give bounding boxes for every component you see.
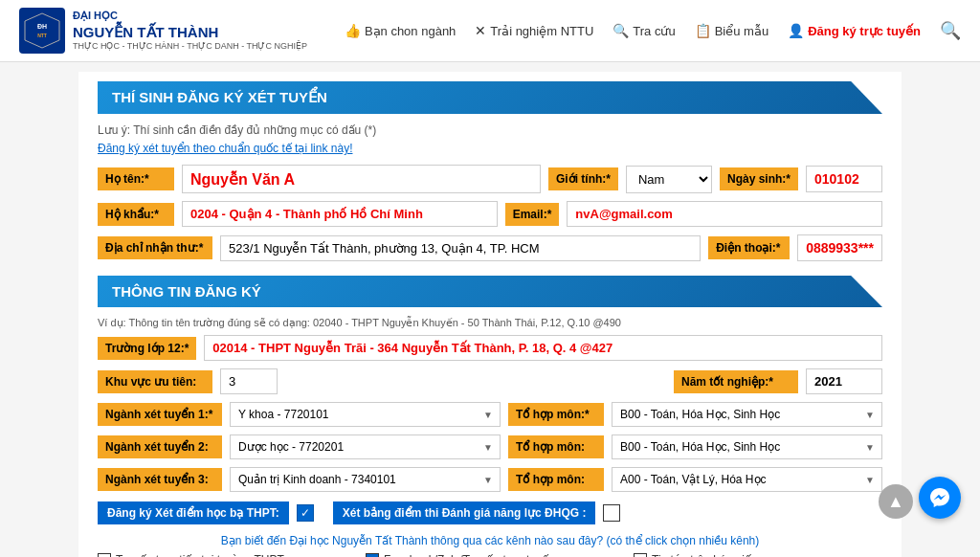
ho-ten-input[interactable] <box>182 165 541 193</box>
row-nganh3: Ngành xét tuyển 3: Quản trị Kinh doanh -… <box>98 467 882 492</box>
user-icon: 👤 <box>788 23 804 38</box>
dia-chi-label: Địa chỉ nhận thư:* <box>98 236 212 259</box>
logo-text: ĐẠI HỌC NGUYỄN TẤT THÀNH THỰC HỌC - THỰC… <box>73 9 307 52</box>
nam-tot-nghiep-label: Năm tốt nghiệp:* <box>674 370 798 393</box>
channel-bao-giay-checkbox[interactable] <box>634 553 647 557</box>
truong-value: 02014 - THPT Nguyễn Trãi - 364 Nguyễn Tấ… <box>204 335 882 361</box>
row-dia-chi: Địa chỉ nhận thư:* Điện thoại:* 0889933*… <box>98 234 882 261</box>
channel-tu-van-label: Tư vấn trực tiếp tại trường THPT <box>116 553 284 557</box>
channel-facebook-label: Facebook/Zalo/Tư vấn trực tuyến <box>384 553 555 557</box>
note2[interactable]: Đăng ký xét tuyển theo chuẩn quốc tế tại… <box>98 142 882 155</box>
row-truong: Trường lớp 12:* 02014 - THPT Nguyễn Trãi… <box>98 335 882 361</box>
to-hop2-label: Tổ hợp môn: <box>508 435 604 458</box>
svg-text:NTT: NTT <box>37 33 47 38</box>
note1: Lưu ý: Thí sinh cần điền đầy đủ những mụ… <box>98 123 882 137</box>
thumbs-up-icon: 👍 <box>345 23 361 38</box>
nav-ban-chon-nganh[interactable]: 👍 Bạn chon ngành <box>345 23 456 38</box>
nav-tra-cuu[interactable]: 🔍 Tra cứu <box>612 23 675 38</box>
khu-vuc-input[interactable] <box>220 368 278 394</box>
main-content: THÍ SINH ĐĂNG KÝ XÉT TUYỂN Lưu ý: Thí si… <box>78 72 902 557</box>
logo-line2: NGUYỄN TẤT THÀNH <box>73 23 307 42</box>
section1-title: THÍ SINH ĐĂNG KÝ XÉT TUYỂN <box>112 89 327 105</box>
gioi-tinh-label: Giới tính:* <box>548 167 618 190</box>
ho-khau-label: Hộ khẩu:* <box>98 203 174 226</box>
channels-grid: Tư vấn trực tiếp tại trường THPT ✓ Faceb… <box>98 553 882 557</box>
logo: ĐH NTT ĐẠI HỌC NGUYỄN TẤT THÀNH THỰC HỌC… <box>19 8 307 54</box>
nganh3-select[interactable]: Quản trị Kinh doanh - 7340101 <box>230 467 501 492</box>
nav-ban-chon-nganh-label: Bạn chon ngành <box>365 24 456 38</box>
nav-trai-nghiem-label: Trải nghiệm NTTU <box>490 24 593 38</box>
gioi-tinh-select[interactable]: Nam Nữ <box>626 166 712 193</box>
nav-bieu-mau[interactable]: 📋 Biểu mẫu <box>695 23 768 38</box>
row-nganh2: Ngành xét tuyển 2: Dược học - 7720201 Tổ… <box>98 434 882 459</box>
channel-bao-giay-label: Tin tức trên báo giấy <box>652 553 757 557</box>
nganh3-label: Ngành xét tuyển 3: <box>98 468 222 491</box>
nam-tot-nghiep-input[interactable] <box>806 368 882 394</box>
nav-trai-nghiem[interactable]: ✕ Trải nghiệm NTTU <box>475 23 593 38</box>
logo-line1: ĐẠI HỌC <box>73 9 307 22</box>
scroll-top-fab[interactable]: ▲ <box>879 484 913 519</box>
email-label: Email:* <box>505 203 560 226</box>
hoc-ba-group: Đăng ký Xét điểm học bạ THPT: ✓ <box>98 501 314 524</box>
x-icon: ✕ <box>475 23 486 38</box>
logo-shield: ĐH NTT <box>19 8 65 54</box>
section2-header: THÔNG TIN ĐĂNG KÝ <box>98 276 882 307</box>
to-hop3-label: Tổ hợp môn: <box>508 468 604 491</box>
header-nav: 👍 Bạn chon ngành ✕ Trải nghiệm NTTU 🔍 Tr… <box>345 20 961 41</box>
row-ho-ten: Họ tên:* Giới tính:* Nam Nữ Ngày sinh:* … <box>98 165 882 193</box>
nav-tra-cuu-label: Tra cứu <box>633 24 675 38</box>
channel-bao-giay[interactable]: Tin tức trên báo giấy <box>634 553 882 557</box>
header: ĐH NTT ĐẠI HỌC NGUYỄN TẤT THÀNH THỰC HỌC… <box>0 0 980 62</box>
dien-thoai-label: Điện thoại:* <box>708 236 790 259</box>
dhqg-checkbox[interactable] <box>603 504 620 522</box>
ngay-sinh-value: 010102 <box>806 166 882 192</box>
row-ho-khau: Hộ khẩu:* Email:* <box>98 201 882 227</box>
nav-dang-ky-label: Đăng ký trực tuyến <box>808 24 921 38</box>
nganh1-select[interactable]: Y khoa - 7720101 <box>230 402 501 427</box>
section2-title: THÔNG TIN ĐĂNG KÝ <box>112 283 261 300</box>
nav-dang-ky[interactable]: 👤 Đăng ký trực tuyến <box>788 23 921 38</box>
channels-title: Bạn biết đến Đại học Nguyễn Tất Thành th… <box>98 534 882 547</box>
svg-marker-0 <box>25 13 59 48</box>
logo-line3: THỰC HỌC - THỰC HÀNH - THỰC DANH - THỰC … <box>73 41 307 53</box>
messenger-fab[interactable] <box>919 477 961 519</box>
ho-ten-label: Họ tên:* <box>98 167 174 190</box>
dien-thoai-value: 0889933*** <box>797 234 882 261</box>
checkbox-section: Đăng ký Xét điểm học bạ THPT: ✓ Xét bảng… <box>98 501 882 524</box>
nganh1-label: Ngành xét tuyển 1:* <box>98 403 222 426</box>
channel-facebook-checkbox[interactable]: ✓ <box>366 553 379 557</box>
row-khu-vuc: Khu vực ưu tiên: Năm tốt nghiệp:* <box>98 368 882 394</box>
example-text: Ví dụ: Thông tin tên trường đúng sẽ có d… <box>98 317 882 329</box>
khu-vuc-label: Khu vực ưu tiên: <box>98 370 212 393</box>
nganh2-label: Ngành xét tuyển 2: <box>98 435 222 458</box>
to-hop3-select[interactable]: A00 - Toán, Vật Lý, Hóa Học <box>612 467 882 492</box>
email-input[interactable] <box>567 201 882 227</box>
channel-facebook[interactable]: ✓ Facebook/Zalo/Tư vấn trực tuyến <box>366 553 614 557</box>
nganh2-select[interactable]: Dược học - 7720201 <box>230 434 501 459</box>
form-icon: 📋 <box>695 23 711 38</box>
dhqg-label: Xét bảng điểm thi Đánh giá năng lực ĐHQG… <box>333 501 596 524</box>
search-icon: 🔍 <box>612 23 629 38</box>
search-button[interactable]: 🔍 <box>940 20 961 41</box>
to-hop1-select[interactable]: B00 - Toán, Hóa Học, Sinh Học <box>612 402 882 427</box>
truong-label: Trường lớp 12:* <box>98 337 196 360</box>
hoc-ba-label: Đăng ký Xét điểm học bạ THPT: <box>98 501 289 524</box>
row-nganh1: Ngành xét tuyển 1:* Y khoa - 7720101 Tổ … <box>98 402 882 427</box>
hoc-ba-checkbox[interactable]: ✓ <box>297 504 314 522</box>
ngay-sinh-label: Ngày sinh:* <box>720 167 798 190</box>
section1-header: THÍ SINH ĐĂNG KÝ XÉT TUYỂN <box>98 81 882 114</box>
nav-bieu-mau-label: Biểu mẫu <box>715 24 768 38</box>
svg-text:ĐH: ĐH <box>37 23 47 30</box>
to-hop2-select[interactable]: B00 - Toán, Hóa Học, Sinh Học <box>612 434 882 459</box>
ho-khau-input[interactable] <box>182 201 498 227</box>
channel-tu-van[interactable]: Tư vấn trực tiếp tại trường THPT <box>98 553 346 557</box>
channel-tu-van-checkbox[interactable] <box>98 553 111 557</box>
to-hop1-label: Tổ hợp môn:* <box>508 403 604 426</box>
dia-chi-input[interactable] <box>220 235 701 261</box>
dhqg-group: Xét bảng điểm thi Đánh giá năng lực ĐHQG… <box>333 501 621 524</box>
